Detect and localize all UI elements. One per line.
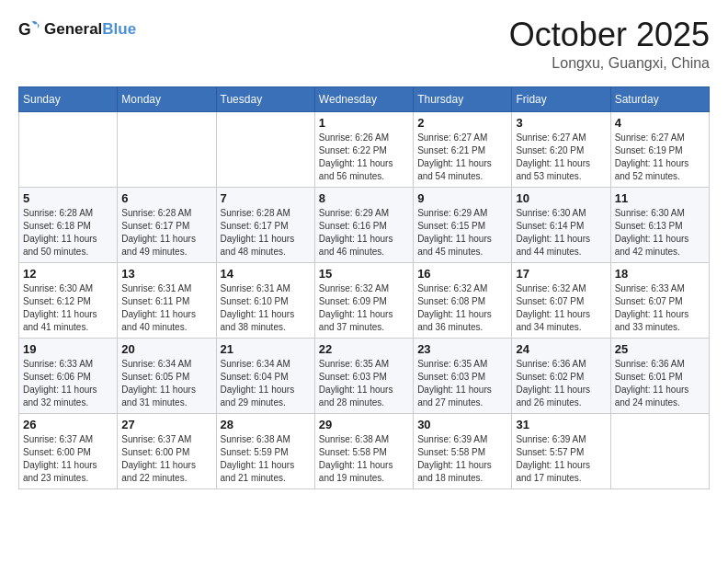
day-number: 11 (615, 191, 705, 205)
day-number: 10 (516, 191, 606, 205)
day-info: Sunrise: 6:30 AM Sunset: 6:13 PM Dayligh… (615, 207, 705, 259)
weekday-header-friday: Friday (512, 87, 610, 112)
day-number: 27 (121, 418, 211, 431)
day-number: 28 (221, 418, 311, 431)
day-info: Sunrise: 6:27 AM Sunset: 6:19 PM Dayligh… (615, 132, 705, 183)
day-info: Sunrise: 6:34 AM Sunset: 6:04 PM Dayligh… (221, 358, 311, 409)
day-number: 18 (615, 267, 705, 281)
day-info: Sunrise: 6:33 AM Sunset: 6:07 PM Dayligh… (615, 282, 705, 334)
day-number: 15 (319, 267, 409, 281)
day-number: 6 (121, 191, 211, 205)
calendar-cell (118, 112, 216, 188)
day-info: Sunrise: 6:32 AM Sunset: 6:09 PM Dayligh… (319, 282, 409, 334)
calendar-cell (216, 112, 314, 188)
day-info: Sunrise: 6:33 AM Sunset: 6:06 PM Dayligh… (23, 358, 113, 409)
day-number: 25 (615, 342, 705, 356)
day-info: Sunrise: 6:32 AM Sunset: 6:08 PM Dayligh… (417, 282, 507, 334)
calendar-cell: 13Sunrise: 6:31 AM Sunset: 6:11 PM Dayli… (118, 263, 216, 339)
calendar-cell: 16Sunrise: 6:32 AM Sunset: 6:08 PM Dayli… (414, 263, 512, 339)
week-row-3: 12Sunrise: 6:30 AM Sunset: 6:12 PM Dayli… (19, 263, 710, 339)
week-row-4: 19Sunrise: 6:33 AM Sunset: 6:06 PM Dayli… (19, 339, 710, 414)
calendar-cell: 21Sunrise: 6:34 AM Sunset: 6:04 PM Dayli… (216, 339, 314, 414)
calendar-cell: 12Sunrise: 6:30 AM Sunset: 6:12 PM Dayli… (19, 263, 118, 339)
calendar-cell: 31Sunrise: 6:39 AM Sunset: 5:57 PM Dayli… (512, 414, 610, 489)
calendar-cell: 18Sunrise: 6:33 AM Sunset: 6:07 PM Dayli… (610, 263, 709, 339)
day-number: 7 (221, 191, 311, 205)
day-info: Sunrise: 6:27 AM Sunset: 6:21 PM Dayligh… (417, 132, 507, 183)
day-info: Sunrise: 6:38 AM Sunset: 5:58 PM Dayligh… (319, 433, 409, 485)
week-row-1: 1Sunrise: 6:26 AM Sunset: 6:22 PM Daylig… (19, 112, 710, 188)
weekday-header-monday: Monday (118, 87, 216, 112)
day-info: Sunrise: 6:36 AM Sunset: 6:01 PM Dayligh… (615, 358, 705, 409)
day-info: Sunrise: 6:28 AM Sunset: 6:17 PM Dayligh… (221, 207, 311, 259)
day-info: Sunrise: 6:30 AM Sunset: 6:14 PM Dayligh… (516, 207, 606, 259)
calendar-cell: 24Sunrise: 6:36 AM Sunset: 6:02 PM Dayli… (512, 339, 610, 414)
day-number: 26 (23, 418, 113, 431)
day-number: 17 (516, 267, 606, 281)
day-info: Sunrise: 6:28 AM Sunset: 6:18 PM Dayligh… (23, 207, 113, 259)
calendar-cell: 30Sunrise: 6:39 AM Sunset: 5:58 PM Dayli… (414, 414, 512, 489)
calendar-cell: 14Sunrise: 6:31 AM Sunset: 6:10 PM Dayli… (216, 263, 314, 339)
day-number: 19 (23, 342, 113, 356)
day-number: 22 (319, 342, 409, 356)
day-info: Sunrise: 6:39 AM Sunset: 5:58 PM Dayligh… (417, 433, 507, 485)
calendar-cell: 22Sunrise: 6:35 AM Sunset: 6:03 PM Dayli… (314, 339, 413, 414)
calendar-cell: 9Sunrise: 6:29 AM Sunset: 6:15 PM Daylig… (414, 188, 512, 263)
day-info: Sunrise: 6:26 AM Sunset: 6:22 PM Dayligh… (319, 132, 409, 183)
calendar-cell (610, 414, 709, 489)
day-number: 21 (221, 342, 311, 356)
day-number: 24 (516, 342, 606, 356)
calendar-cell: 1Sunrise: 6:26 AM Sunset: 6:22 PM Daylig… (314, 112, 413, 188)
title-section: October 2025 Longxu, Guangxi, China (509, 18, 710, 72)
calendar-cell: 29Sunrise: 6:38 AM Sunset: 5:58 PM Dayli… (314, 414, 413, 489)
day-info: Sunrise: 6:35 AM Sunset: 6:03 PM Dayligh… (319, 358, 409, 409)
day-info: Sunrise: 6:39 AM Sunset: 5:57 PM Dayligh… (516, 433, 606, 485)
day-info: Sunrise: 6:29 AM Sunset: 6:15 PM Dayligh… (417, 207, 507, 259)
calendar-cell: 6Sunrise: 6:28 AM Sunset: 6:17 PM Daylig… (118, 188, 216, 263)
day-number: 20 (121, 342, 211, 356)
day-info: Sunrise: 6:37 AM Sunset: 6:00 PM Dayligh… (23, 433, 113, 485)
calendar-table: SundayMondayTuesdayWednesdayThursdayFrid… (18, 86, 710, 489)
month-title: October 2025 (509, 18, 710, 52)
calendar-cell (19, 112, 118, 188)
location: Longxu, Guangxi, China (509, 55, 710, 72)
day-number: 1 (319, 116, 409, 130)
calendar-cell: 2Sunrise: 6:27 AM Sunset: 6:21 PM Daylig… (414, 112, 512, 188)
calendar-cell: 19Sunrise: 6:33 AM Sunset: 6:06 PM Dayli… (19, 339, 118, 414)
day-info: Sunrise: 6:38 AM Sunset: 5:59 PM Dayligh… (221, 433, 311, 485)
day-info: Sunrise: 6:31 AM Sunset: 6:11 PM Dayligh… (121, 282, 211, 334)
calendar-cell: 26Sunrise: 6:37 AM Sunset: 6:00 PM Dayli… (19, 414, 118, 489)
logo-text-blue: Blue (102, 20, 136, 39)
page-header: G General Blue October 2025 Longxu, Guan… (18, 18, 710, 72)
day-number: 3 (516, 116, 606, 130)
week-row-5: 26Sunrise: 6:37 AM Sunset: 6:00 PM Dayli… (19, 414, 710, 489)
day-number: 9 (417, 191, 507, 205)
day-info: Sunrise: 6:37 AM Sunset: 6:00 PM Dayligh… (121, 433, 211, 485)
day-number: 13 (121, 267, 211, 281)
calendar-cell: 5Sunrise: 6:28 AM Sunset: 6:18 PM Daylig… (19, 188, 118, 263)
weekday-header-saturday: Saturday (610, 87, 709, 112)
day-info: Sunrise: 6:31 AM Sunset: 6:10 PM Dayligh… (221, 282, 311, 334)
calendar-cell: 3Sunrise: 6:27 AM Sunset: 6:20 PM Daylig… (512, 112, 610, 188)
day-number: 14 (221, 267, 311, 281)
calendar-cell: 7Sunrise: 6:28 AM Sunset: 6:17 PM Daylig… (216, 188, 314, 263)
logo: G General Blue (18, 18, 136, 40)
day-info: Sunrise: 6:28 AM Sunset: 6:17 PM Dayligh… (121, 207, 211, 259)
weekday-header-tuesday: Tuesday (216, 87, 314, 112)
day-number: 4 (615, 116, 705, 130)
calendar-cell: 17Sunrise: 6:32 AM Sunset: 6:07 PM Dayli… (512, 263, 610, 339)
day-info: Sunrise: 6:30 AM Sunset: 6:12 PM Dayligh… (23, 282, 113, 334)
calendar-cell: 27Sunrise: 6:37 AM Sunset: 6:00 PM Dayli… (118, 414, 216, 489)
day-number: 29 (319, 418, 409, 431)
calendar-cell: 8Sunrise: 6:29 AM Sunset: 6:16 PM Daylig… (314, 188, 413, 263)
day-info: Sunrise: 6:36 AM Sunset: 6:02 PM Dayligh… (516, 358, 606, 409)
calendar-cell: 4Sunrise: 6:27 AM Sunset: 6:19 PM Daylig… (610, 112, 709, 188)
day-number: 16 (417, 267, 507, 281)
day-info: Sunrise: 6:34 AM Sunset: 6:05 PM Dayligh… (121, 358, 211, 409)
week-row-2: 5Sunrise: 6:28 AM Sunset: 6:18 PM Daylig… (19, 188, 710, 263)
weekday-header-sunday: Sunday (19, 87, 118, 112)
calendar-cell: 10Sunrise: 6:30 AM Sunset: 6:14 PM Dayli… (512, 188, 610, 263)
weekday-header-row: SundayMondayTuesdayWednesdayThursdayFrid… (19, 87, 710, 112)
day-number: 30 (417, 418, 507, 431)
day-number: 5 (23, 191, 113, 205)
